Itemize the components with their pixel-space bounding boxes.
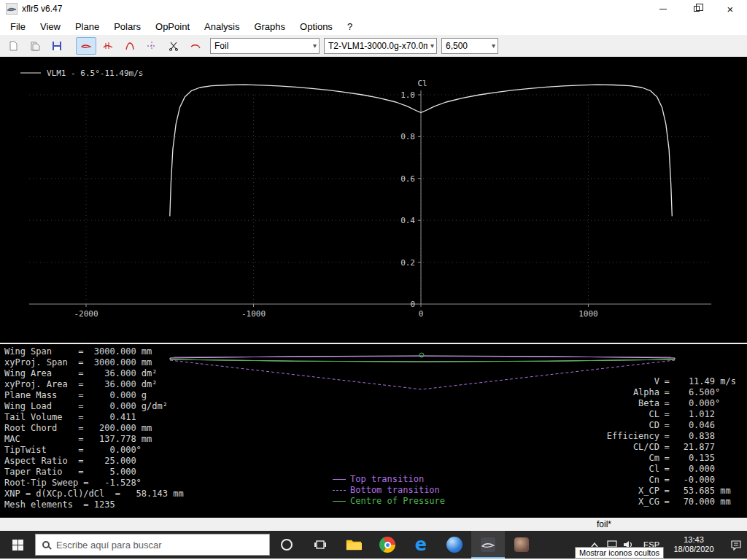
window-title: xflr5 v6.47: [22, 4, 62, 14]
centre-of-pressure-line: [170, 359, 675, 362]
menu-item-plane[interactable]: Plane: [68, 19, 107, 34]
result-row-cn: Cn=-0.000: [598, 475, 741, 486]
windows-logo-icon: [12, 540, 23, 551]
cortana-button[interactable]: [270, 531, 303, 559]
svg-text:0: 0: [419, 309, 424, 319]
scissors-icon: [168, 40, 179, 52]
result-row-cl: CL=1.012: [598, 409, 741, 420]
result-row-x_cg: X_CG=70.000 mm: [598, 497, 741, 508]
cog-marker: [419, 353, 424, 357]
restore-icon: [694, 6, 700, 12]
new-project-button[interactable]: [3, 37, 23, 55]
foil-flap-button[interactable]: [185, 37, 206, 55]
edge-button[interactable]: e: [404, 531, 438, 559]
cl-graph-area[interactable]: -2000-10000100000.20.40.60.81.0ClVLM1 - …: [0, 57, 747, 343]
chrome-button[interactable]: [371, 531, 404, 559]
legend-label: Top transition: [350, 474, 424, 485]
y-axis-label: Cl: [417, 79, 427, 88]
titlebar: xflr5 v6.47 ×: [0, 0, 747, 18]
airfoil-icon: [80, 40, 92, 52]
operating-point-combo[interactable]: 6,500 ▾: [441, 38, 498, 54]
svg-text:1000: 1000: [578, 309, 598, 319]
toolbar-separator: [69, 37, 74, 55]
transition-legend: Top transitionBottom transitionCentre of…: [333, 474, 445, 507]
legend-item-top-transition: Top transition: [333, 474, 445, 485]
menu-item-options[interactable]: Options: [293, 19, 340, 34]
result-row-x_cp: X_CP=53.685 mm: [598, 486, 741, 497]
legend-item-bottom-transition: Bottom transition: [333, 485, 445, 496]
app-icon: [514, 537, 529, 552]
restore-button[interactable]: [680, 0, 713, 18]
chevron-down-icon: ▾: [430, 42, 434, 50]
xflr5-icon: [480, 537, 496, 553]
action-center-button[interactable]: [725, 531, 747, 559]
open-document-icon: [29, 40, 41, 52]
clock[interactable]: 13:43 18/08/2020: [667, 535, 721, 554]
folder-icon: [346, 538, 362, 551]
airfoil-lines-icon: [102, 40, 114, 52]
save-icon: [51, 40, 63, 52]
menu-item-help[interactable]: ?: [340, 19, 360, 34]
legend-label: Centre of Pressure: [350, 496, 445, 507]
dashed-cross-icon: [146, 40, 158, 52]
svg-text:0.2: 0.2: [400, 258, 415, 268]
svg-text:1.0: 1.0: [400, 90, 415, 100]
desktop: xflr5 v6.47 × FileViewPlanePolarsOpPoint…: [0, 0, 747, 560]
task-view-button[interactable]: [303, 531, 337, 559]
menu-item-oppoint[interactable]: OpPoint: [148, 19, 197, 34]
foil-analysis-button[interactable]: [120, 37, 140, 55]
result-row-efficiency: Efficiency=0.838: [598, 431, 741, 442]
polar-combo[interactable]: T2-VLM1-3000.0g-x70.0mm ▾: [324, 38, 437, 54]
menu-item-graphs[interactable]: Graphs: [247, 19, 293, 34]
menu-item-polars[interactable]: Polars: [107, 19, 148, 34]
inverse-design-button[interactable]: [98, 37, 118, 55]
chrome-icon: [379, 537, 395, 553]
plane-combo[interactable]: Foil ▾: [210, 38, 320, 54]
result-row-alpha: Alpha=6.500°: [598, 387, 741, 398]
project-name: foil*: [597, 519, 611, 529]
action-center-icon: [730, 540, 742, 551]
plane-view-panel[interactable]: Wing Span = 3000.000 mm xyProj. Span = 3…: [0, 343, 747, 518]
date-label: 18/08/2020: [667, 545, 721, 554]
menu-item-view[interactable]: View: [33, 19, 68, 34]
cl-distribution-chart: -2000-10000100000.20.40.60.81.0ClVLM1 - …: [0, 57, 747, 343]
wing-properties: Wing Span = 3000.000 mm xyProj. Span = 3…: [4, 346, 184, 510]
svg-text:-2000: -2000: [74, 309, 98, 319]
edge-icon: e: [415, 537, 427, 553]
menubar: FileViewPlanePolarsOpPointAnalysisGraphs…: [0, 18, 747, 35]
xflr5-app-icon: [6, 3, 18, 15]
save-button[interactable]: [47, 37, 67, 55]
svg-text:0: 0: [410, 300, 415, 309]
new-document-icon: [7, 40, 19, 52]
foil-direct-design-button[interactable]: [76, 37, 96, 55]
airfoil-flap-icon: [190, 40, 201, 52]
svg-text:0.6: 0.6: [400, 174, 415, 184]
polar-combo-value: T2-VLM1-3000.0g-x70.0mm: [328, 41, 427, 51]
browser-button[interactable]: [438, 531, 471, 559]
file-explorer-button[interactable]: [337, 531, 371, 559]
minimize-button[interactable]: [646, 0, 680, 18]
plane-analysis-button[interactable]: [142, 37, 162, 55]
taskbar-search-input[interactable]: Escribe aquí para buscar: [35, 534, 270, 556]
app-button[interactable]: [505, 531, 538, 559]
statusbar: foil*: [0, 518, 747, 531]
search-icon: [42, 541, 50, 548]
result-row-cl: Cl=0.000: [598, 464, 741, 475]
cortana-icon: [281, 539, 293, 551]
window-controls: ×: [646, 0, 747, 18]
result-row-beta: Beta=0.000°: [598, 398, 741, 409]
menu-item-file[interactable]: File: [3, 19, 33, 34]
operating-point-results: V=11.49 m/sAlpha=6.500°Beta=0.000°CL=1.0…: [598, 376, 741, 508]
start-button[interactable]: [0, 531, 35, 559]
close-button[interactable]: ×: [713, 0, 747, 18]
menu-item-analysis[interactable]: Analysis: [197, 19, 247, 34]
xflr5-taskbar-button[interactable]: [471, 531, 505, 559]
chevron-down-icon: ▾: [492, 42, 495, 50]
open-project-button[interactable]: [25, 37, 45, 55]
legend-line-sample: [333, 501, 346, 502]
search-placeholder: Escribe aquí para buscar: [56, 540, 162, 551]
foil-trim-button[interactable]: [163, 37, 184, 55]
result-row-cm: Cm=0.135: [598, 453, 741, 464]
polar-curve-icon: [124, 40, 136, 52]
chevron-down-icon: ▾: [313, 42, 317, 50]
